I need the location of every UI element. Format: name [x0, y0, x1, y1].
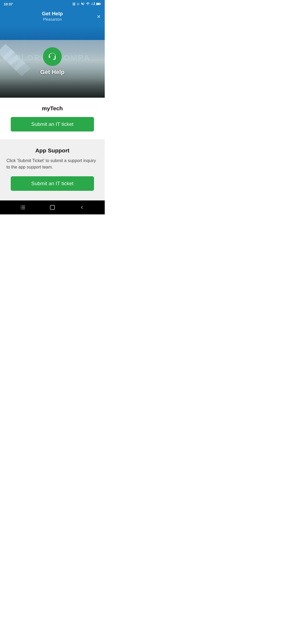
app-support-submit-button[interactable]: Submit an IT ticket [11, 176, 94, 191]
home-icon [49, 204, 56, 211]
svg-rect-7 [50, 205, 55, 210]
nav-bar [0, 200, 105, 214]
headset-icon-circle [43, 47, 62, 66]
nav-back-button[interactable] [79, 204, 85, 210]
header: Get Help Pleasanton × [0, 8, 105, 25]
battery-icon [96, 2, 101, 6]
status-bar: 10:37 🖼 ⊙ [0, 0, 105, 8]
app-support-title: App Support [35, 147, 69, 154]
nav-menu-button[interactable] [20, 204, 26, 210]
wifi-icon [86, 2, 90, 6]
menu-icon [20, 204, 26, 210]
hero-banner: THE CLOROY COMPA Get Help [0, 25, 105, 98]
nav-home-button[interactable] [49, 204, 56, 211]
close-button[interactable]: × [97, 14, 100, 20]
mytech-title: myTech [42, 105, 63, 112]
mytech-section: myTech Submit an IT ticket [0, 98, 105, 140]
headset-icon [47, 52, 57, 62]
mytech-submit-button[interactable]: Submit an IT ticket [11, 117, 94, 131]
signal-icon [91, 2, 95, 6]
status-time: 10:37 [4, 2, 13, 6]
hero-content: Get Help [0, 25, 105, 98]
header-title: Get Help [13, 11, 91, 17]
status-icons: 🖼 ⊙ [73, 2, 101, 6]
photo-icon: 🖼 [73, 2, 75, 6]
data-saver-icon: ⊙ [77, 2, 79, 6]
app-support-section: App Support Click 'Submit Ticket' to sub… [0, 140, 105, 200]
back-icon [79, 204, 85, 210]
svg-rect-2 [96, 3, 100, 4]
header-subtitle: Pleasanton [13, 17, 91, 21]
mute-icon [81, 2, 85, 6]
app-support-description: Click 'Submit Ticket' to submit a suppor… [6, 158, 98, 170]
hero-label: Get Help [40, 69, 64, 76]
svg-rect-1 [100, 3, 101, 4]
